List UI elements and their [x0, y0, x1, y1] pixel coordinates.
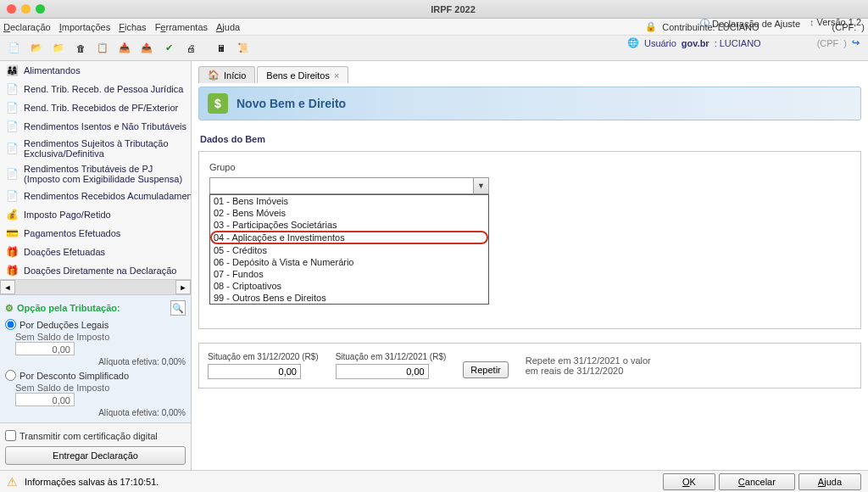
minimize-window-icon[interactable]: [21, 4, 31, 14]
scroll-left-icon[interactable]: ◄: [0, 280, 15, 294]
scroll-right-icon[interactable]: ►: [175, 280, 191, 294]
menu-ferramentas[interactable]: Ferramentas: [155, 22, 208, 32]
sidebar-item-6[interactable]: 📄Rendimentos Recebidos Acumuladamente: [0, 187, 191, 205]
warning-icon: ⚠: [7, 475, 18, 489]
sidebar-item-label: Rendimentos Tributáveis de PJ (Imposto c…: [24, 164, 186, 184]
sidebar-icon: 👨‍👩‍👧: [5, 64, 19, 77]
save-icon[interactable]: 📁: [49, 39, 68, 58]
sem-saldo-2: Sem Saldo de Imposto: [5, 383, 186, 393]
chevron-down-icon[interactable]: ▼: [473, 178, 488, 193]
check-icon[interactable]: ✔: [159, 39, 178, 58]
grupo-select[interactable]: ▼: [209, 177, 489, 194]
radio-simplificado[interactable]: [5, 370, 16, 381]
sidebar-item-label: Rendimentos Recebidos Acumuladamente: [24, 191, 191, 201]
tax-gear-icon: ⚙: [5, 303, 14, 314]
usuario-domain: gov.br: [682, 38, 709, 48]
grupo-dropdown: 01 - Bens Imóveis02 - Bens Móveis03 - Pa…: [209, 194, 489, 305]
sidebar-item-9[interactable]: 🎁Doações Efetuadas: [0, 243, 191, 261]
sidebar-item-4[interactable]: 📄Rendimentos Sujeitos à Tributação Exclu…: [0, 136, 191, 161]
aliq-2: Alíquota efetiva: 0,00%: [5, 406, 186, 419]
sidebar-item-7[interactable]: 💰Imposto Pago/Retido: [0, 205, 191, 224]
sidebar-item-1[interactable]: 📄Rend. Trib. Receb. de Pessoa Jurídica: [0, 80, 191, 98]
user-bar: 🌐 Usuário gov.br : LUCIANO (CPF ) ↪: [627, 37, 860, 48]
import-icon[interactable]: 📥: [115, 39, 134, 58]
checkbox-cert-digital[interactable]: [5, 430, 16, 441]
tabs: 🏠 Início Bens e Direitos ×: [198, 66, 861, 83]
sidebar-scroll: ◄ ►: [0, 279, 191, 294]
status-bar: ⚠ Informações salvas às 17:10:51. OK Can…: [0, 470, 868, 492]
home-icon: 🏠: [208, 70, 220, 81]
cpf2: (CPF: [817, 38, 839, 48]
export-icon[interactable]: 📤: [137, 39, 156, 58]
grupo-option-3[interactable]: 04 - Aplicações e Investimentos: [210, 231, 488, 244]
copy-icon[interactable]: 📋: [93, 39, 112, 58]
sidebar-item-label: Rendimentos Sujeitos à Tributação Exclus…: [24, 138, 186, 159]
grupo-option-0[interactable]: 01 - Bens Imóveis: [210, 195, 488, 207]
form-grupo: Grupo ▼ 01 - Bens Imóveis02 - Bens Móvei…: [198, 151, 861, 329]
page-title: Novo Bem e Direito: [236, 97, 346, 110]
grupo-label: Grupo: [209, 162, 850, 172]
version-label: ↕ Versão 1.2: [810, 17, 861, 27]
grupo-option-5[interactable]: 06 - Depósito à Vista e Numerário: [210, 256, 488, 268]
tab-inicio-label: Início: [224, 70, 246, 81]
tab-bens-direitos[interactable]: Bens e Direitos ×: [257, 66, 348, 83]
receipt-icon[interactable]: 📜: [234, 39, 253, 58]
situ-2020-input[interactable]: [208, 364, 301, 379]
sidebar-item-5[interactable]: 📄Rendimentos Tributáveis de PJ (Imposto …: [0, 161, 191, 187]
cancel-button[interactable]: Cancelar: [719, 473, 795, 490]
sidebar-item-label: Alimentandos: [24, 65, 81, 75]
radio-deducoes[interactable]: [5, 319, 16, 330]
window-title: IRPF 2022: [45, 4, 861, 14]
aliq-1: Alíquota efetiva: 0,00%: [5, 355, 186, 368]
transmit-label: Transmitir com certificação digital: [19, 431, 158, 441]
ok-button[interactable]: OK: [663, 473, 715, 490]
lock-icon: 🔒: [645, 21, 657, 32]
sidebar-icon: 📄: [5, 189, 19, 203]
situ-2021-input[interactable]: [336, 364, 429, 379]
sidebar-item-8[interactable]: 💳Pagamentos Efetuados: [0, 224, 191, 243]
tax-search-icon[interactable]: 🔍: [170, 300, 186, 316]
tab-close-icon[interactable]: ×: [334, 70, 339, 81]
tab-bens-label: Bens e Direitos: [266, 70, 330, 81]
sidebar-item-0[interactable]: 👨‍👩‍👧Alimentandos: [0, 61, 191, 80]
grupo-option-8[interactable]: 99 - Outros Bens e Direitos: [210, 292, 488, 304]
page-banner: $ Novo Bem e Direito: [198, 87, 861, 120]
sidebar-item-10[interactable]: 🎁Doações Diretamente na Declaração: [0, 261, 191, 279]
scroll-track[interactable]: [15, 280, 175, 294]
title-bar: IRPF 2022: [0, 0, 868, 19]
menu-ajuda[interactable]: Ajuda: [216, 22, 240, 32]
sidebar-icon: 💰: [5, 208, 19, 221]
sidebar-item-2[interactable]: 📄Rend. Trib. Recebidos de PF/Exterior: [0, 98, 191, 117]
content-area: 🏠 Início Bens e Direitos × $ Novo Bem e …: [192, 61, 868, 470]
help-button[interactable]: Ajuda: [798, 473, 861, 490]
grupo-combo: ▼ 01 - Bens Imóveis02 - Bens Móveis03 - …: [209, 177, 489, 194]
grupo-option-7[interactable]: 08 - Criptoativos: [210, 280, 488, 292]
globe-icon: 🌐: [627, 37, 639, 48]
logout-icon[interactable]: ↪: [852, 37, 860, 48]
sidebar-icon: 🎁: [5, 264, 19, 277]
close-window-icon[interactable]: [7, 4, 16, 14]
new-icon[interactable]: 📄: [5, 39, 24, 58]
menu-importacoes[interactable]: Importações: [59, 22, 111, 32]
grupo-option-4[interactable]: 05 - Créditos: [210, 244, 488, 256]
sem-saldo-1: Sem Saldo de Imposto: [5, 332, 186, 342]
sidebar-icon: 💳: [5, 226, 19, 240]
situ-2020-label: Situação em 31/12/2020 (R$): [208, 352, 319, 361]
open-icon[interactable]: 📂: [27, 39, 46, 58]
entregar-button[interactable]: Entregar Declaração: [5, 446, 186, 465]
grupo-option-6[interactable]: 07 - Fundos: [210, 268, 488, 280]
tax-option-panel: ⚙ Opção pela Tributação: 🔍 Por Deduções …: [0, 294, 191, 422]
tab-inicio[interactable]: 🏠 Início: [198, 66, 255, 83]
repetir-button[interactable]: Repetir: [463, 361, 508, 378]
sidebar-item-3[interactable]: 📄Rendimentos Isentos e Não Tributáveis: [0, 117, 191, 136]
calc-icon[interactable]: 🖩: [212, 39, 231, 58]
maximize-window-icon[interactable]: [36, 4, 45, 14]
sidebar-item-label: Doações Diretamente na Declaração: [24, 266, 176, 276]
declaration-type-badge: ⓘ Declaração de Ajuste: [700, 17, 800, 30]
menu-fichas[interactable]: Fichas: [119, 22, 146, 32]
grupo-option-1[interactable]: 02 - Bens Móveis: [210, 207, 488, 219]
delete-icon[interactable]: 🗑: [71, 39, 90, 58]
grupo-option-2[interactable]: 03 - Participações Societárias: [210, 219, 488, 231]
menu-declaracao[interactable]: Declaração: [3, 22, 51, 32]
print-icon[interactable]: 🖨: [181, 39, 200, 58]
